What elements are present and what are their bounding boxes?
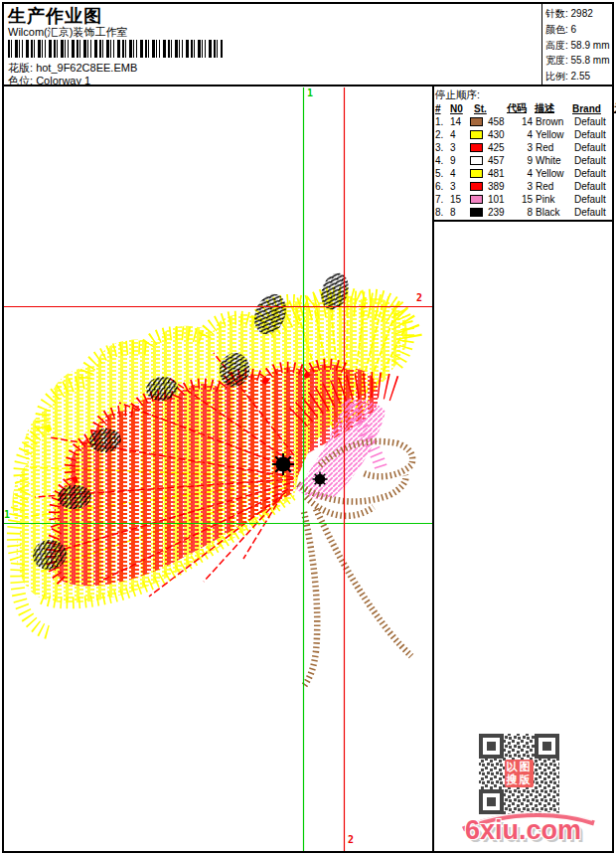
image-search-stamp: 以图搜版 [505, 760, 534, 787]
stat-colors: 颜色: 6 [545, 22, 609, 38]
stat-height: 高度: 58.9 mm [545, 38, 609, 54]
thread-swatch [470, 182, 483, 191]
pattern-file-value: hot_9F62C8EE.EMB [36, 62, 137, 74]
watermark-site: 6xiu.com [465, 815, 581, 846]
thread-swatch [470, 130, 483, 139]
col-desc: 描述 [535, 101, 572, 115]
table-bottom-line [434, 220, 614, 222]
table-row: 6.33893RedDefault [435, 180, 614, 193]
col-n0: N0 [450, 103, 474, 114]
thread-swatch [470, 169, 483, 178]
panel-divider-line [432, 86, 434, 853]
col-brand: Brand [572, 103, 614, 114]
cross1-label-left: 1 [4, 509, 10, 520]
thread-swatch [470, 195, 483, 204]
table-row: 3.34253RedDefault [435, 141, 614, 154]
table-row: 4.94579WhiteDefault [435, 154, 614, 167]
header-divider-line [2, 85, 614, 86]
thread-swatch [470, 143, 483, 152]
studio-name: Wilcom(汇京)装饰工作室 [8, 25, 127, 40]
col-num: # [435, 103, 450, 114]
table-row: 7.1510115PinkDefault [435, 193, 614, 206]
table-row: 8.82398BlackDefault [435, 206, 614, 219]
design-stats: 针数: 2982 颜色: 6 高度: 58.9 mm 宽度: 55.8 mm 比… [545, 6, 609, 85]
barcode [8, 40, 223, 58]
thread-swatch [470, 208, 483, 217]
stat-stitches: 针数: 2982 [545, 6, 609, 22]
stat-scale: 比例: 2.55 [545, 69, 609, 85]
thread-swatch [470, 156, 483, 165]
cross2-label-bottom: 2 [348, 834, 354, 845]
col-st: St. [474, 103, 507, 114]
table-row: 1.1445814BrownDefault [435, 115, 614, 128]
stats-divider-line [541, 2, 542, 85]
watermark: 6xiu.com [455, 807, 604, 851]
stat-width: 宽度: 55.8 mm [545, 53, 609, 69]
col-code: 代码 [507, 101, 535, 115]
table-header-row: # N0 St. 代码 描述 Brand 元素 [435, 101, 614, 115]
table-row: 5.44814YellowDefault [435, 167, 614, 180]
cross2-label-right: 2 [416, 292, 422, 303]
sequence-title: 停止顺序: [435, 88, 614, 101]
pattern-file-label: 花版: [8, 62, 33, 74]
color-sequence-table: 停止顺序: # N0 St. 代码 描述 Brand 元素 1.1445814B… [435, 88, 614, 219]
cross1-label-top: 1 [307, 87, 313, 98]
table-row: 2.44304YellowDefault [435, 128, 614, 141]
thread-swatch [470, 117, 483, 126]
